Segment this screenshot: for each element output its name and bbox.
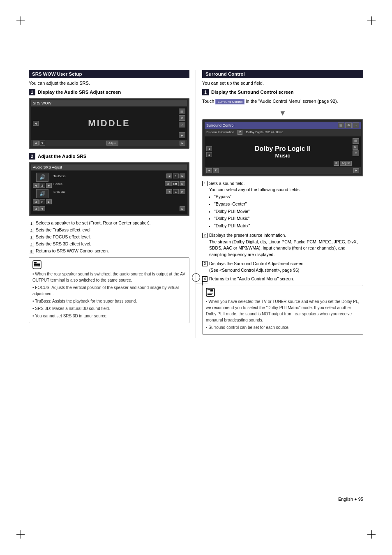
note-item-1: • When the rear speaker sound is switche…	[32, 271, 186, 283]
adjust-screen-title: Audio SRS Adjust	[31, 164, 187, 170]
svg-rect-15	[210, 291, 213, 291]
note-item-2: • FOCUS: Adjusts the vertical position o…	[32, 284, 186, 297]
bullet-bypass: "Bypass"	[214, 193, 363, 200]
page-content: SRS WOW User Setup You can adjust the au…	[29, 70, 363, 485]
right-section-desc: You can set up the sound field.	[202, 81, 363, 86]
desc-main-3: Displays the Surround Control Adjustment…	[209, 261, 363, 267]
desc-detail-3: (See <Surround Control Adjustment>, page…	[209, 267, 363, 274]
srs-wow-screen: SRS WOW ◄ MIDDLE ▤ ⊕ ♪ ►	[29, 98, 189, 149]
step2-num: 2	[29, 153, 35, 160]
svg-rect-5	[37, 264, 40, 264]
trubass-label: TruBass	[53, 174, 66, 178]
right-section-header: Surround Control	[202, 70, 363, 78]
touch-button[interactable]: Surround Control	[215, 99, 244, 104]
nav-arrows-left: ◄ ▼	[33, 141, 45, 146]
reg-mark-bl	[16, 530, 25, 539]
right-column: Surround Control You can set up the soun…	[196, 70, 363, 338]
step1-label: Display the Audio SRS Adjust screen	[38, 90, 121, 95]
srs-screen-nav: ◄ ▼ Adjust ►	[31, 140, 187, 146]
svg-rect-7	[34, 265, 40, 266]
svg-rect-13	[210, 289, 213, 290]
list-item-4: 4 Sets the SRS 3D effect level.	[29, 241, 189, 247]
right-step1-header: 1 Display the Surround Control screen	[202, 89, 363, 95]
svg-rect-12	[208, 291, 210, 291]
note-item-3: • TruBass: Assists the playback for the …	[32, 298, 186, 304]
stream-num-badge: 2	[238, 130, 242, 135]
right-step1-num: 1	[202, 89, 209, 95]
right-step1-label: Display the Surround Control screen	[211, 90, 294, 95]
desc-detail-1: You can select any of the following soun…	[209, 187, 363, 193]
svg-rect-6	[34, 264, 40, 265]
svg-rect-17	[208, 293, 213, 293]
dolby-line1: Dolby Pro Logic II	[255, 145, 311, 153]
desc-bullets-1: "Bypass" "Bypass+Center" "Dolby PLII Mov…	[214, 193, 363, 229]
surround-bottom-nav: ◄ ▼ ►	[205, 167, 361, 174]
svg-rect-16	[208, 292, 213, 292]
srs3d-value: 1	[173, 189, 179, 194]
srs-screen-title: SRS WOW	[31, 100, 187, 106]
surround-adjust-btn[interactable]: Adjust	[340, 161, 352, 166]
desc-main-1: Sets a sound field.	[209, 180, 363, 187]
desc-content-4: Returns to the "Audio Control Menu" scre…	[209, 276, 363, 282]
srs3d-label: SRS 3D	[53, 190, 65, 194]
adjust-screen-inner: 🔊 ◄ 2 ► 🔊 ◄ 0 ►	[31, 171, 187, 214]
touch-suffix: in the "Audio Control Menu" screen (page…	[246, 99, 338, 104]
adjust-button[interactable]: Adjust	[106, 141, 118, 146]
reg-mark-tr	[367, 16, 376, 25]
surround-adjust-area: 3 Adjust	[334, 161, 352, 166]
page-number: English ● 95	[338, 497, 363, 502]
bullet-dolby-music: "Dolby PLII Music"	[214, 215, 363, 222]
right-note-item-2: • Surround control can be set for each s…	[206, 324, 360, 331]
desc-num-2: 2	[202, 233, 208, 238]
bullet-dolby-movie: "Dolby PLII Movie"	[214, 208, 363, 215]
dolby-line2: Music	[255, 153, 311, 159]
note-item-4: • SRS 3D: Makes a natural 3D sound field…	[32, 305, 186, 312]
svg-rect-8	[34, 266, 40, 266]
list-item-3: 3 Sets the FOCUS effect level.	[29, 234, 189, 240]
svg-rect-9	[34, 267, 38, 267]
right-desc-items: 1 Sets a sound field. You can select any…	[202, 180, 363, 283]
surround-right-icons: ▤ ► ⊕	[353, 138, 359, 156]
item-num-3: 3	[29, 235, 34, 240]
screen-nav-bottom: ◄ ▼	[33, 206, 45, 211]
desc-num-3: 3	[202, 261, 208, 266]
nav-arrows-right: ►	[180, 141, 185, 146]
svg-rect-3	[37, 262, 40, 262]
surround-nav-right: ►	[353, 168, 359, 173]
arrow-next[interactable]: ►	[180, 141, 185, 146]
left-note-section: • When the rear speaker sound is switche…	[29, 257, 189, 323]
list-item-1: 1 Selects a speaker to be set (Front, Re…	[29, 220, 189, 226]
step2-header: 2 Adjust the Audio SRS	[29, 153, 189, 160]
svg-rect-4	[37, 263, 40, 263]
step1-header: 1 Display the Audio SRS Adjust screen	[29, 89, 189, 95]
reg-mark-br	[367, 530, 376, 539]
audio-srs-adjust-screen: Audio SRS Adjust 🔊 ◄ 2 ► 🔊	[29, 162, 189, 216]
desc-num-1: 1	[202, 181, 208, 186]
arrow-prev[interactable]: ◄	[33, 141, 39, 146]
desc-main-4: Returns to the "Audio Control Menu" scre…	[209, 276, 363, 282]
touch-instruction: Touch Surround Control in the "Audio Con…	[202, 98, 363, 105]
bullet-bypass-center: "Bypass+Center"	[214, 201, 363, 208]
bullet-dolby-matrix: "Dolby PLII Matrix"	[214, 222, 363, 229]
stream-info-bar: Stream Information 2 Dolby Digital 3/2 4…	[205, 129, 361, 136]
two-column-layout: SRS WOW User Setup You can adjust the au…	[29, 70, 363, 338]
screen-nav-bottom-right: ►	[180, 206, 185, 211]
surround-top-icons: ▤ ⊕ ♪	[338, 123, 359, 128]
stream-info-label: Stream Information	[206, 130, 234, 134]
stream-detail: Dolby Digital 3/2 44.1kHz	[246, 130, 283, 134]
surround-display: ◄ 1 Dolby Pro Logic II Music ▤ ► ⊕ 3 A	[205, 136, 361, 167]
surround-screen-title: Surround Control	[206, 123, 235, 127]
item-text-1: Selects a speaker to be set (Front, Rear…	[36, 220, 151, 225]
note-item-5: • You cannot set SRS 3D in tuner source.	[32, 313, 186, 319]
svg-rect-1	[34, 262, 37, 263]
desc-content-3: Displays the Surround Control Adjustment…	[209, 261, 363, 274]
svg-rect-18	[208, 294, 213, 294]
svg-rect-14	[210, 290, 213, 291]
page-footer: English ● 95	[338, 497, 363, 502]
right-note-text: • When you have selected the TV or TUNER…	[206, 298, 360, 331]
left-items-list: 1 Selects a speaker to be set (Front, Re…	[29, 220, 189, 254]
surround-nav-left: ◄ ▼	[206, 168, 219, 173]
surround-control-screen: Surround Control ▤ ⊕ ♪ Stream Informatio…	[202, 119, 363, 176]
desc-main-2: Displays the present source information.	[209, 232, 363, 239]
item-num-2: 2	[29, 228, 34, 233]
